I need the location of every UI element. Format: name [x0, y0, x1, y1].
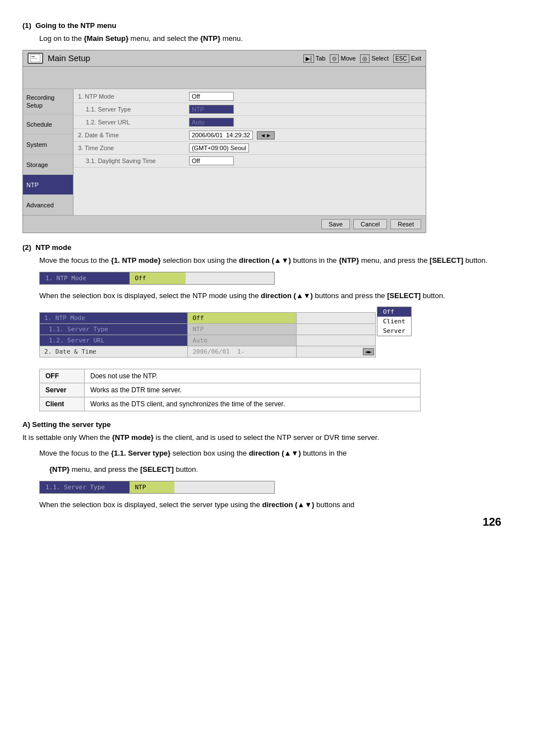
ntp-expanded-table: 1. NTP Mode Off 1.1. Server Type NTP 1.2… [39, 312, 376, 358]
desc-row-client: Client Works as the DTS client, and sync… [40, 397, 421, 411]
value-server-url: Auto [186, 115, 426, 128]
exit-ctrl: ESC Exit [393, 55, 421, 62]
desc-client: Works as the DTS client, and synchronize… [85, 397, 421, 411]
label-dst: 3.1. Daylight Saving Time [73, 154, 186, 167]
value-dst: Off [186, 154, 426, 167]
ntp-mode-box[interactable]: Off [189, 92, 234, 101]
spacer-row-1 [73, 167, 426, 178]
heading-a-para2: Move the focus to the {1.1. Server type}… [39, 448, 513, 459]
heading-2-desc: Move the focus to the {1. NTP mode} sele… [39, 255, 513, 266]
term-server: Server [40, 383, 85, 397]
select-ctrl: ◎ Select [360, 55, 389, 62]
panel-title: Main Setup [48, 53, 90, 63]
main-setup-panel: Main Setup ▶| Tab ⊙ Move ◎ Select ESC Ex… [22, 50, 426, 234]
heading-1-desc: Log on to the {Main Setup} menu, and sel… [39, 33, 513, 44]
ntp-mode-single-row: 1. NTP Mode Off [39, 272, 513, 285]
value-timezone: (GMT+09:00) Seoul [186, 141, 426, 154]
settings-row-dst: 3.1. Daylight Saving Time Off [73, 154, 426, 167]
timezone-box[interactable]: (GMT+09:00) Seoul [189, 143, 249, 152]
server-type-row-label: 1.1. Server Type [40, 481, 130, 493]
page-number: 126 [22, 516, 513, 528]
desc-row-off: OFF Does not use the NTP. [40, 369, 421, 383]
panel-spacer [23, 67, 426, 89]
expanded-row-2: 1.1. Server Type NTP [40, 324, 376, 335]
server-type-row-area: 1.1. Server Type NTP [39, 481, 513, 494]
label-date-time: 2. Date & Time [73, 128, 186, 141]
settings-table: 1. NTP Mode Off 1.1. Server Type NTP 1.2… [73, 90, 426, 201]
value-ntp-mode: Off [186, 90, 426, 103]
desc-2: When the selection box is displayed, sel… [39, 290, 513, 302]
desc-3: When the selection box is displayed, sel… [39, 499, 513, 511]
date-time-box[interactable]: 2006/06/01 14:29:32 [189, 131, 253, 140]
expanded-row-1: 1. NTP Mode Off [40, 313, 376, 324]
page-footer: 126 [22, 516, 513, 528]
ntp-mode-dropdown[interactable]: Off Client Server [377, 307, 412, 336]
server-type-row-rest [174, 481, 275, 493]
spacer-row-2 [73, 178, 426, 189]
sidebar-item-advanced[interactable]: Advanced [23, 195, 73, 215]
expanded-row-4: 2. Date & Time 2006/06/01 1- ◄► [40, 346, 376, 358]
value-date-time: 2006/06/01 14:29:32 ◄► [186, 128, 426, 141]
server-type-row: 1.1. Server Type NTP [40, 481, 275, 493]
settings-row-ntp-mode: 1. NTP Mode Off [73, 90, 426, 103]
desc-off: Does not use the NTP. [85, 369, 421, 383]
heading-a-para1: It is settable only When the {NTP mode} … [22, 432, 513, 443]
dropdown-item-client[interactable]: Client [377, 317, 411, 326]
reset-button[interactable]: Reset [390, 219, 421, 229]
expanded-row-3: 1.2. Server URL Auto [40, 335, 376, 346]
sidebar-item-ntp[interactable]: NTP [23, 175, 73, 195]
settings-row-timezone: 3. Time Zone (GMT+09:00) Seoul [73, 141, 426, 154]
settings-row-date-time: 2. Date & Time 2006/06/01 14:29:32 ◄► [73, 128, 426, 141]
term-off: OFF [40, 369, 85, 383]
server-type-box[interactable]: NTP [189, 105, 234, 114]
sidebar-item-system[interactable]: System [23, 134, 73, 155]
heading-1: (1) Going to the NTP menu [22, 21, 513, 30]
heading-2: (2) NTP mode [22, 243, 513, 252]
ntp-row-rest [186, 272, 275, 284]
svg-rect-2 [31, 58, 37, 59]
ntp-row: 1. NTP Mode Off [40, 272, 275, 284]
sidebar-item-storage[interactable]: Storage [23, 155, 73, 175]
label-server-url: 1.2. Server URL [73, 115, 186, 128]
term-client: Client [40, 397, 85, 411]
date-time-arrow[interactable]: ◄► [257, 131, 275, 140]
label-timezone: 3. Time Zone [73, 141, 186, 154]
panel-header: Main Setup ▶| Tab ⊙ Move ◎ Select ESC Ex… [23, 50, 426, 67]
cancel-button[interactable]: Cancel [353, 219, 387, 229]
server-type-row-value[interactable]: NTP [130, 481, 174, 493]
expand-arrow[interactable]: ◄► [363, 348, 374, 355]
dropdown-item-off[interactable]: Off [377, 307, 411, 317]
sidebar-item-recording[interactable]: RecordingSetup [23, 89, 73, 115]
dst-box[interactable]: Off [189, 156, 234, 165]
settings-row-server-type: 1.1. Server Type NTP [73, 103, 426, 115]
heading-a: A) Setting the server type [22, 420, 513, 429]
sidebar: RecordingSetup Schedule System Storage N… [23, 89, 73, 216]
desc-table: OFF Does not use the NTP. Server Works a… [39, 369, 421, 411]
panel-header-left: Main Setup [27, 53, 90, 64]
panel-footer: Save Cancel Reset [23, 215, 426, 233]
server-url-box[interactable]: Auto [189, 118, 234, 127]
move-ctrl: ⊙ Move [330, 55, 356, 62]
ntp-expanded-area: 1. NTP Mode Off 1.1. Server Type NTP 1.2… [39, 307, 513, 363]
heading-a-para3: {NTP} menu, and press the [SELECT] butto… [49, 464, 513, 475]
desc-server: Works as the DTR time server. [85, 383, 421, 397]
panel-body: RecordingSetup Schedule System Storage N… [23, 89, 426, 216]
sidebar-item-schedule[interactable]: Schedule [23, 114, 73, 134]
ntp-row-value[interactable]: Off [130, 272, 186, 284]
panel-icon [27, 53, 43, 64]
value-server-type: NTP [186, 103, 426, 115]
panel-controls: ▶| Tab ⊙ Move ◎ Select ESC Exit [303, 55, 421, 62]
svg-rect-1 [31, 56, 35, 57]
label-server-type: 1.1. Server Type [73, 103, 186, 115]
save-button[interactable]: Save [321, 219, 350, 229]
dropdown-item-server[interactable]: Server [377, 326, 411, 336]
label-ntp-mode: 1. NTP Mode [73, 90, 186, 103]
tab-ctrl: ▶| Tab [303, 55, 325, 62]
ntp-row-label: 1. NTP Mode [40, 272, 130, 284]
settings-row-server-url: 1.2. Server URL Auto [73, 115, 426, 128]
content-area: 1. NTP Mode Off 1.1. Server Type NTP 1.2… [73, 89, 426, 216]
desc-row-server: Server Works as the DTR time server. [40, 383, 421, 397]
spacer-row-3 [73, 189, 426, 201]
